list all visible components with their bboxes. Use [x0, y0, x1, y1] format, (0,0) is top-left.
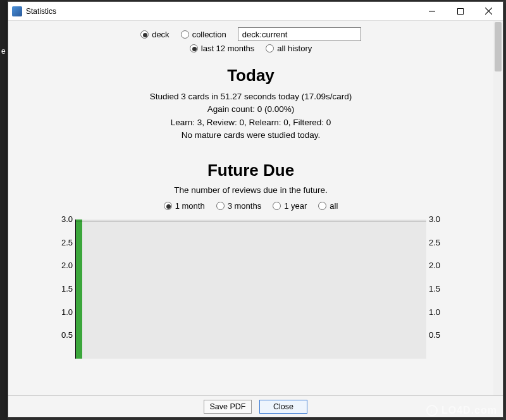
y-tick-right: 2.0: [429, 261, 453, 270]
close-dialog-button[interactable]: Close: [259, 400, 307, 414]
future-due-heading: Future Due: [20, 161, 482, 180]
scope-radio-row: deck collection: [20, 27, 482, 41]
radio-all[interactable]: all: [318, 201, 338, 211]
chart-bar: [76, 219, 82, 359]
range-radio-row: last 12 months all history: [20, 44, 482, 53]
y-tick-right: 1.0: [429, 307, 453, 317]
chart-plot-area: [75, 219, 426, 359]
y-tick-left: 2.0: [49, 261, 73, 270]
footer-bar: Save PDF Close: [8, 395, 503, 417]
svg-rect-1: [457, 8, 463, 14]
y-tick-left: 2.5: [49, 238, 73, 247]
radio-collection-label: collection: [192, 30, 226, 39]
future-due-chart: 0.50.51.01.01.51.52.02.02.52.53.03.0: [45, 219, 457, 359]
today-line-1: Studied 3 cards in 51.27 seconds today (…: [20, 90, 482, 103]
radio-last-12-months[interactable]: last 12 months: [190, 44, 255, 53]
background-app: e: [0, 0, 8, 420]
radio-1-year[interactable]: 1 year: [273, 201, 307, 211]
radio-last12-label: last 12 months: [201, 44, 255, 53]
y-tick-right: 3.0: [429, 214, 453, 224]
app-icon: [12, 6, 22, 16]
content-area: deck collection last 12 months all histo…: [8, 21, 503, 395]
scrollbar-track[interactable]: [493, 21, 503, 395]
window-title: Statistics: [26, 7, 56, 16]
stats-page: deck collection last 12 months all histo…: [8, 21, 493, 395]
y-tick-left: 1.0: [49, 307, 73, 317]
y-tick-right: 1.5: [429, 284, 453, 293]
radio-dot-icon: [140, 30, 149, 39]
radio-deck-label: deck: [152, 30, 169, 39]
radio-3months-label: 3 months: [228, 201, 261, 211]
today-heading: Today: [20, 66, 482, 85]
radio-all-label: all: [330, 201, 338, 211]
radio-dot-icon: [216, 202, 225, 210]
radio-dot-icon: [190, 44, 198, 52]
save-pdf-button[interactable]: Save PDF: [204, 400, 252, 414]
y-tick-right: 0.5: [429, 330, 453, 340]
radio-1-month[interactable]: 1 month: [164, 201, 205, 211]
radio-3-months[interactable]: 3 months: [216, 201, 261, 211]
radio-all-history[interactable]: all history: [266, 44, 312, 53]
radio-dot-icon: [181, 30, 189, 39]
today-line-4: No mature cards were studied today.: [20, 129, 482, 142]
y-tick-right: 2.5: [429, 238, 453, 247]
radio-allhistory-label: all history: [277, 44, 312, 53]
chart-cumulative-line: [76, 221, 426, 221]
future-range-radio-row: 1 month 3 months 1 year all: [20, 201, 482, 211]
minimize-button[interactable]: [417, 2, 446, 21]
maximize-button[interactable]: [446, 2, 474, 21]
radio-1year-label: 1 year: [284, 201, 307, 211]
radio-1month-label: 1 month: [175, 201, 205, 211]
today-line-3: Learn: 3, Review: 0, Relearn: 0, Filtere…: [20, 116, 482, 129]
radio-collection[interactable]: collection: [181, 30, 226, 39]
radio-dot-icon: [318, 202, 326, 210]
y-tick-left: 0.5: [49, 330, 73, 340]
scrollbar-thumb[interactable]: [495, 22, 502, 71]
radio-dot-icon: [266, 44, 274, 52]
y-tick-left: 1.5: [49, 284, 73, 293]
future-due-subtitle: The number of reviews due in the future.: [20, 185, 482, 195]
radio-deck[interactable]: deck: [140, 30, 169, 39]
search-input[interactable]: [238, 27, 361, 41]
titlebar: Statistics: [8, 2, 503, 21]
y-tick-left: 3.0: [49, 214, 73, 224]
close-button[interactable]: [474, 2, 503, 21]
radio-dot-icon: [273, 202, 281, 210]
radio-dot-icon: [164, 202, 172, 210]
today-line-2: Again count: 0 (0.00%): [20, 103, 482, 116]
statistics-window: Statistics deck collection: [8, 1, 503, 417]
